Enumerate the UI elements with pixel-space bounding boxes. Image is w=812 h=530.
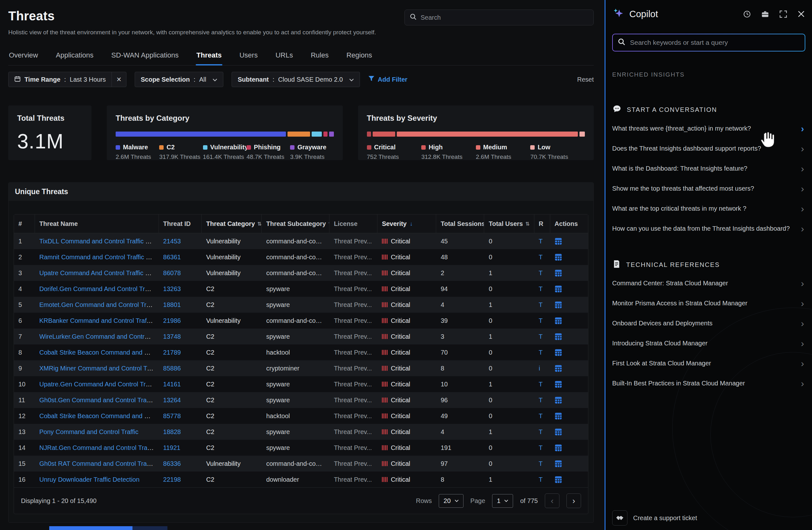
threat-name-link[interactable]: Upatre.Gen Command And Control Traffic (39, 381, 157, 388)
nav-tab[interactable]: Users (239, 47, 258, 65)
conversation-suggestion-item[interactable]: Does the Threat Insights dashboard suppo… (612, 139, 805, 159)
threat-id-link[interactable]: 21453 (163, 238, 181, 245)
report-link[interactable]: T (539, 254, 542, 260)
threat-name-link[interactable]: KRBanker Command and Control Traffic De (39, 317, 159, 324)
reference-link-item[interactable]: Command Center: Strata Cloud Manager › (612, 273, 805, 293)
remove-time-filter-button[interactable]: ✕ (112, 72, 126, 87)
column-header-threat-id[interactable]: Threat ID (159, 214, 202, 233)
report-link[interactable]: T (539, 444, 542, 451)
nav-tab[interactable]: Threats (196, 47, 222, 65)
row-actions-button[interactable] (555, 270, 562, 277)
nav-tab[interactable]: SD-WAN Applications (111, 47, 179, 65)
threat-id-link[interactable]: 86361 (163, 254, 181, 260)
copilot-search-input[interactable] (630, 39, 800, 46)
threat-id-link[interactable]: 13263 (163, 285, 181, 292)
threat-name-link[interactable]: NJRat.Gen Command and Control Traffic (39, 444, 155, 451)
column-header-threat-name[interactable]: Threat Name (35, 214, 159, 233)
threat-id-link[interactable]: 13264 (163, 397, 181, 403)
report-link[interactable]: T (539, 476, 542, 483)
previous-page-button[interactable]: ‹ (545, 493, 560, 508)
row-actions-button[interactable] (555, 317, 562, 325)
filter-chip-subtenant[interactable]: Subtenant : Cloud SASE Demo 2.0 (232, 72, 360, 87)
reset-filters-button[interactable]: Reset (577, 76, 594, 83)
threat-id-link[interactable]: 13748 (163, 333, 181, 340)
horizontal-scrollbar[interactable] (49, 526, 168, 530)
column-header-license[interactable]: License (330, 214, 377, 233)
report-link[interactable]: T (539, 238, 542, 245)
report-link[interactable]: T (539, 317, 542, 324)
threat-id-link[interactable]: 21986 (163, 317, 181, 324)
threat-name-link[interactable]: Cobalt Strike Beacon Command and Contrc (39, 349, 159, 356)
row-actions-button[interactable] (555, 428, 562, 435)
threat-id-link[interactable]: 11921 (163, 444, 180, 451)
threat-id-link[interactable]: 18828 (163, 428, 181, 435)
search-input[interactable] (421, 14, 588, 21)
threat-name-link[interactable]: Emotet.Gen Command and Control Traffic (39, 301, 158, 308)
threat-name-link[interactable]: Gh0st.Gen Command and Control Traffic (39, 397, 155, 403)
row-actions-button[interactable] (555, 301, 562, 309)
conversation-suggestion-item[interactable]: What are the top critical threats in my … (612, 199, 805, 219)
close-icon[interactable] (797, 10, 805, 18)
row-actions-button[interactable] (555, 285, 562, 293)
nav-tab[interactable]: Overview (8, 47, 39, 65)
threat-name-link[interactable]: Cobalt Strike Beacon Command and Contrc (39, 413, 159, 419)
threat-id-link[interactable]: 14161 (163, 381, 181, 388)
row-actions-button[interactable] (555, 333, 562, 340)
threat-name-link[interactable]: Upatre Command And Control Traffic Dete (39, 270, 159, 276)
threat-id-link[interactable]: 18801 (163, 301, 181, 308)
report-link[interactable]: T (539, 333, 542, 340)
conversation-suggestion-item[interactable]: What is the Dashboard: Threat Insights f… (612, 159, 805, 178)
row-actions-button[interactable] (555, 460, 562, 468)
reference-link-item[interactable]: Built-In Best Practices in Strata Cloud … (612, 373, 805, 393)
nav-tab[interactable]: Regions (346, 47, 373, 65)
row-actions-button[interactable] (555, 238, 562, 245)
add-filter-button[interactable]: Add Filter (368, 76, 407, 83)
row-actions-button[interactable] (555, 476, 562, 483)
column-header-total-sessions[interactable]: Total Sessions⇅ (436, 214, 484, 233)
next-page-button[interactable]: › (566, 493, 581, 508)
threat-name-link[interactable]: Dorifel.Gen Command And Control Traffic (39, 285, 157, 292)
threat-id-link[interactable]: 85778 (163, 413, 181, 419)
report-link[interactable]: i (539, 365, 540, 372)
report-link[interactable]: T (539, 413, 542, 419)
column-header-threat-category[interactable]: Threat Category⇅ (202, 214, 262, 233)
filter-chip-time-range[interactable]: Time Range : Last 3 Hours ✕ (8, 72, 127, 87)
reference-link-item[interactable]: Onboard Devices and Deployments › (612, 313, 805, 333)
filter-chip-scope[interactable]: Scope Selection : All (135, 72, 223, 87)
report-link[interactable]: T (539, 270, 542, 276)
nav-tab[interactable]: Applications (55, 47, 95, 65)
report-link[interactable]: T (539, 397, 542, 403)
threat-name-link[interactable]: TixDLL Command and Control Traffic Detec (39, 238, 159, 245)
global-search[interactable] (404, 10, 594, 25)
report-link[interactable]: T (539, 285, 542, 292)
threat-id-link[interactable]: 85886 (163, 365, 181, 372)
report-link[interactable]: T (539, 428, 542, 435)
report-link[interactable]: T (539, 301, 542, 308)
column-header-report[interactable]: R (534, 214, 550, 233)
threat-name-link[interactable]: Unruy Downloader Traffic Detection (39, 476, 140, 483)
conversation-suggestion-item[interactable]: How can you use the data from the Threat… (612, 219, 805, 239)
copilot-search[interactable] (612, 34, 805, 52)
threat-name-link[interactable]: WireLurker.Gen Command and Control Trat (39, 333, 159, 340)
history-icon[interactable] (743, 10, 751, 18)
sort-icon[interactable]: ⇅ (257, 221, 261, 227)
create-support-ticket-button[interactable]: Create a support ticket (612, 510, 697, 526)
column-header-total-users[interactable]: Total Users⇅ (484, 214, 534, 233)
reference-link-item[interactable]: Monitor Prisma Access in Strata Cloud Ma… (612, 293, 805, 313)
threat-name-link[interactable]: Ramnit Command and Control Traffic Detec (39, 254, 159, 260)
row-actions-button[interactable] (555, 397, 562, 404)
threat-id-link[interactable]: 86336 (163, 460, 181, 467)
reference-link-item[interactable]: Introducing Strata Cloud Manager › (612, 333, 805, 353)
report-link[interactable]: T (539, 460, 542, 467)
reference-link-item[interactable]: First Look at Strata Cloud Manager › (612, 353, 805, 373)
threat-id-link[interactable]: 21789 (163, 349, 181, 356)
column-header-threat-subcategory[interactable]: Threat Subcategory⇅ (262, 214, 330, 233)
conversation-suggestion-item[interactable]: Show me the top threats that affected mo… (612, 178, 805, 199)
threat-name-link[interactable]: Pony Command and Control Traffic (39, 428, 139, 435)
row-actions-button[interactable] (555, 349, 562, 356)
scrollbar-thumb[interactable] (49, 526, 132, 530)
nav-tab[interactable]: Rules (310, 47, 329, 65)
row-actions-button[interactable] (555, 413, 562, 420)
column-header-severity[interactable]: Severity↓ (377, 214, 436, 233)
expand-icon[interactable] (779, 10, 787, 18)
